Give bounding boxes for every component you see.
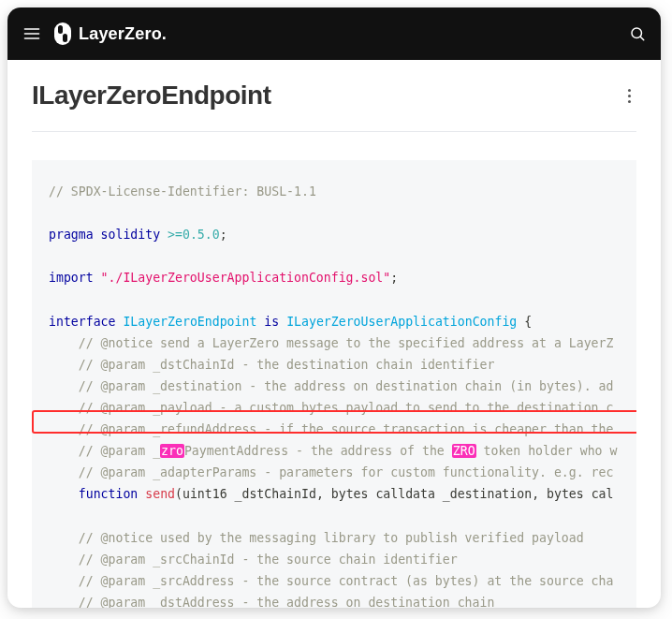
code-param-srcchainid: // @param _srcChainId - the source chain…: [49, 553, 458, 567]
svg-rect-3: [54, 22, 71, 45]
more-menu-icon[interactable]: [622, 83, 636, 109]
code-notice2: // @notice used by the messaging library…: [49, 531, 584, 545]
code-pragma-ver: >=0.5.0: [168, 228, 220, 242]
code-notice1: // @notice send a LayerZero message to t…: [49, 336, 613, 350]
svg-rect-4: [58, 25, 63, 34]
code-pragma-lang: solidity: [101, 228, 161, 242]
brand-logo-icon: [54, 22, 71, 45]
code-is-kw: is: [264, 315, 279, 329]
menu-icon[interactable]: [22, 24, 41, 43]
code-param-dstchainid: // @param _dstChainId - the destination …: [49, 358, 494, 372]
code-iface-kw: interface: [49, 315, 115, 329]
code-import-path: "./ILayerZeroUserApplicationConfig.sol": [101, 271, 391, 285]
code-param-destination: // @param _destination - the address on …: [49, 379, 613, 393]
zro-highlight-1: zro: [160, 444, 184, 458]
page-title: ILayerZeroEndpoint: [32, 81, 270, 111]
search-icon[interactable]: [629, 25, 646, 42]
code-param-zro: // @param _zroPaymentAddress - the addre…: [49, 444, 617, 458]
title-row: ILayerZeroEndpoint: [32, 81, 636, 132]
code-import-kw: import: [49, 271, 94, 285]
code-block: // SPDX-License-Identifier: BUSL-1.1 pra…: [32, 160, 636, 608]
content-area: ILayerZeroEndpoint // SPDX-License-Ident…: [7, 60, 661, 608]
code-spdx: // SPDX-License-Identifier: BUSL-1.1: [49, 184, 316, 199]
code-pragma-kw: pragma: [49, 228, 94, 242]
code-iface-name: ILayerZeroEndpoint: [123, 315, 256, 329]
code-param-dstaddress: // @param _dstAddress - the address on d…: [49, 596, 494, 608]
code-fn-sig: uint16 _dstChainId, bytes calldata _dest…: [183, 487, 614, 501]
code-fn-name: send: [145, 487, 175, 501]
svg-point-6: [632, 28, 642, 38]
code-pre: // SPDX-License-Identifier: BUSL-1.1 pra…: [49, 181, 620, 608]
topbar: LayerZero.: [7, 7, 661, 60]
code-param-adapter: // @param _adapterParams - parameters fo…: [49, 465, 613, 479]
code-fn-kw: function: [79, 487, 139, 501]
code-param-srcaddress: // @param _srcAddress - the source contr…: [49, 574, 613, 588]
code-param-payload: // @param _payload - a custom bytes payl…: [49, 401, 613, 415]
code-param-refund: // @param _refundAddress - if the source…: [49, 422, 613, 436]
doc-card: LayerZero. ILayerZeroEndpoint // SPDX-Li…: [7, 7, 661, 608]
svg-line-7: [640, 37, 643, 39]
svg-rect-5: [63, 34, 67, 42]
brand-text: LayerZero.: [79, 24, 167, 44]
brand[interactable]: LayerZero.: [54, 22, 167, 45]
code-iface-parent: ILayerZeroUserApplicationConfig: [286, 315, 517, 329]
zro-highlight-2: ZRO: [452, 444, 476, 458]
